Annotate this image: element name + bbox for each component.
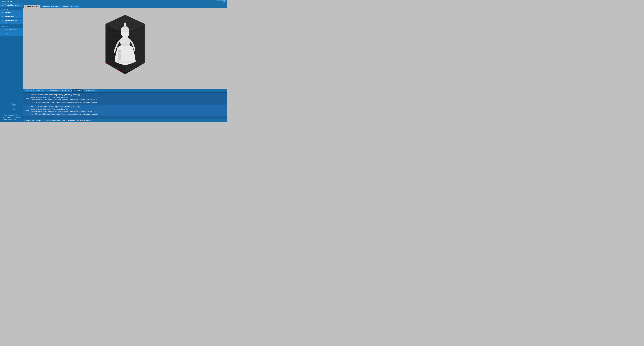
clear-animations-button[interactable]: ► Clear Animations bbox=[0, 28, 23, 32]
restore-button[interactable]: ❐ bbox=[220, 0, 223, 3]
svg-point-1 bbox=[13, 104, 14, 105]
content-area: Scene Preview Texture Inspection Detaile… bbox=[23, 3, 227, 122]
tab-model-list[interactable]: Model List bbox=[34, 89, 45, 92]
texture-label-2: n/a bbox=[24, 109, 30, 111]
sidebar: ► Back to Main Menu Loading ► Load File.… bbox=[0, 3, 23, 122]
tab-animation-list[interactable]: Animation List bbox=[46, 89, 60, 92]
clear-all-arrow-icon: ► bbox=[2, 33, 3, 34]
load-animations-only-button[interactable]: ► Load Animations Only... bbox=[0, 18, 23, 25]
tab-texture-inspection[interactable]: Texture Inspection bbox=[41, 5, 60, 8]
version-text: Granny Viewer 2.11.8.0(C) Copyright 1999… bbox=[3, 114, 20, 121]
scene-render bbox=[102, 10, 148, 77]
bottom-panel: File List Model List Animation List Mesh… bbox=[23, 89, 227, 119]
bottom-tab-bar: File List Model List Animation List Mesh… bbox=[23, 89, 227, 93]
clear-all-button[interactable]: ► Clear All bbox=[0, 32, 23, 36]
texture-content-2: Texture: "D:\ymir work\eternity\VampirLa… bbox=[30, 105, 226, 115]
loading-section-label: Loading bbox=[0, 7, 23, 10]
titlebar: Granny Viewer — ❐ ✕ bbox=[0, 0, 227, 3]
titlebar-title: Granny Viewer bbox=[1, 1, 12, 2]
mode-status: Current Mode: Orbit Scene bbox=[46, 120, 65, 121]
texture-content-1: Texture: "D:\ymir work\eternity\VampirLa… bbox=[30, 93, 226, 103]
svg-point-18 bbox=[118, 50, 121, 52]
tab-file-list[interactable]: File List bbox=[24, 89, 34, 92]
3d-viewport[interactable] bbox=[23, 8, 227, 89]
texture-list-data: n/a Texture: "D:\ymir work\eternity\Vamp… bbox=[23, 93, 227, 119]
tab-texture-list[interactable]: Texture List bbox=[72, 89, 84, 92]
clearing-section-label: Clearing bbox=[0, 25, 23, 28]
svg-point-14 bbox=[120, 43, 130, 46]
load-models-only-button[interactable]: ► Load Models Only... bbox=[0, 14, 23, 18]
status-bar: Current Filter: <empty> Current Mode: Or… bbox=[23, 119, 227, 122]
load-file-button[interactable]: ► Load File... bbox=[0, 10, 23, 14]
back-arrow-icon: ► bbox=[2, 4, 3, 6]
highlight-status: Highlight: none (Hotkey: none) bbox=[68, 120, 91, 121]
granny-logo bbox=[6, 102, 18, 114]
back-to-main-menu-button[interactable]: ► Back to Main Menu bbox=[0, 3, 23, 7]
tab-mesh-list[interactable]: Mesh List bbox=[60, 89, 71, 92]
clear-anims-arrow-icon: ► bbox=[2, 29, 3, 30]
texture-row-2: n/a Texture: "D:\ymir work\eternity\Vamp… bbox=[23, 104, 227, 116]
close-button[interactable]: ✕ bbox=[223, 0, 226, 3]
titlebar-controls: — ❐ ✕ bbox=[217, 0, 226, 3]
app-container: ► Back to Main Menu Loading ► Load File.… bbox=[0, 3, 227, 122]
texture-row-1: n/a Texture: "D:\ymir work\eternity\Vamp… bbox=[23, 93, 227, 104]
texture-label-1: n/a bbox=[24, 97, 30, 99]
load-models-arrow-icon: ► bbox=[2, 16, 3, 17]
load-file-arrow-icon: ► bbox=[2, 11, 3, 13]
minimize-button[interactable]: — bbox=[217, 0, 220, 3]
tab-detailed-data-view[interactable]: Detailed Data View bbox=[60, 5, 80, 8]
svg-rect-16 bbox=[124, 37, 126, 39]
tab-scene-preview[interactable]: Scene Preview bbox=[24, 5, 40, 8]
logo-area: Granny Viewer 2.11.8.0(C) Copyright 1999… bbox=[0, 100, 23, 122]
tab-material-list[interactable]: Material List bbox=[84, 89, 97, 92]
svg-point-2 bbox=[14, 104, 15, 105]
tab-bar: Scene Preview Texture Inspection Detaile… bbox=[23, 3, 227, 8]
load-anims-arrow-icon: ► bbox=[2, 21, 3, 22]
filter-status: Current Filter: <empty> bbox=[24, 120, 42, 121]
